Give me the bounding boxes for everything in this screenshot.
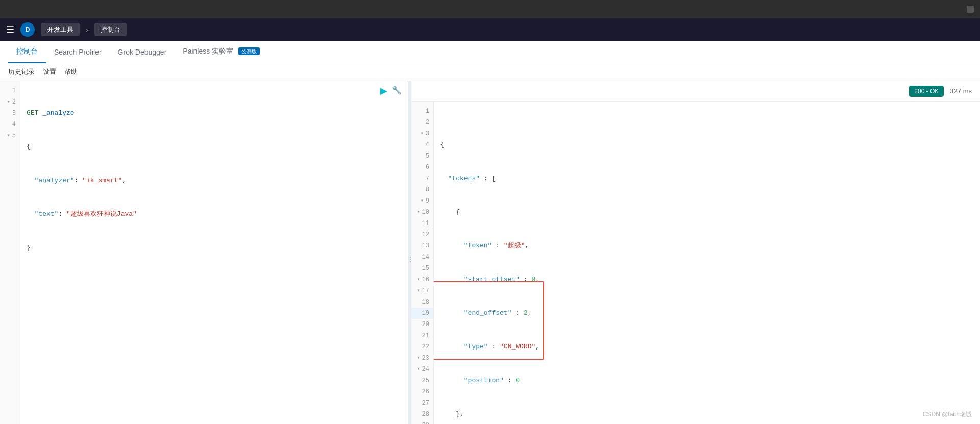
rln-20: 20 — [411, 319, 433, 330]
rln-11: 11 — [411, 218, 433, 229]
result-line-2: "tokens" : [ — [440, 173, 974, 184]
rln-29: 29 — [411, 420, 433, 424]
results-header: 200 - OK 327 ms — [411, 81, 980, 102]
browser-bar-icon — [967, 6, 974, 13]
tab-navigation: 控制台 Search Profiler Grok Debugger Painle… — [0, 41, 980, 63]
line-num-4: 4 — [0, 119, 20, 130]
rln-3: ▾3 — [411, 128, 433, 139]
result-line-1: { — [440, 139, 974, 151]
result-line-numbers: 1 2 ▾3 4 5 6 7 8 ▾9 ▾10 11 12 13 14 15 ▾… — [411, 102, 434, 424]
result-line-3: { — [440, 207, 974, 218]
result-line-7: "type" : "CN_WORD", — [440, 341, 974, 353]
beta-badge: 公测版 — [238, 47, 260, 55]
editor-panel: 1 ▾2 3 4 ▾5 GET _analyze { "analyzer": "… — [0, 81, 408, 424]
rln-16: ▾16 — [411, 274, 433, 285]
tab-painless-lab[interactable]: Painless 实验室 公测版 — [175, 41, 268, 63]
watermark: CSDN @faith瑞诚 — [923, 410, 972, 419]
kibana-header: ☰ D 开发工具 › 控制台 — [0, 18, 980, 41]
rln-15: 15 — [411, 263, 433, 274]
rln-25: 25 — [411, 375, 433, 386]
code-line-4: "text": "超级喜欢狂神说Java" — [27, 209, 402, 220]
breadcrumb-separator: › — [86, 26, 88, 34]
result-code-content: { "tokens" : [ { "token" : "超级", "start_… — [434, 102, 980, 424]
help-button[interactable]: 帮助 — [64, 67, 78, 77]
rln-1: 1 — [411, 106, 433, 117]
rln-10: ▾10 — [411, 207, 433, 218]
result-line-6: "end_offset" : 2, — [440, 308, 974, 319]
rln-5: 5 — [411, 151, 433, 162]
rln-28: 28 — [411, 409, 433, 420]
line-num-2: ▾2 — [0, 96, 20, 108]
user-avatar: D — [20, 22, 35, 37]
code-editor[interactable]: 1 ▾2 3 4 ▾5 GET _analyze { "analyzer": "… — [0, 81, 408, 424]
result-line-4: "token" : "超级", — [440, 240, 974, 252]
line-num-5: ▾5 — [0, 130, 20, 141]
rln-17: ▾17 — [411, 285, 433, 296]
rln-2: 2 — [411, 117, 433, 128]
rln-12: 12 — [411, 229, 433, 240]
hamburger-icon[interactable]: ☰ — [6, 24, 14, 35]
toolbar: 历史记录 设置 帮助 — [0, 63, 980, 81]
editor-actions: ▶ 🔧 — [380, 85, 402, 96]
code-line-1: GET _analyze — [27, 108, 402, 119]
tab-grok-debugger[interactable]: Grok Debugger — [110, 42, 175, 63]
rln-6: 6 — [411, 162, 433, 173]
rln-14: 14 — [411, 252, 433, 263]
rln-4: 4 — [411, 139, 433, 151]
timing-text: 327 ms — [950, 87, 972, 95]
status-badge: 200 - OK — [909, 86, 944, 97]
rln-7: 7 — [411, 173, 433, 184]
editor-line-numbers: 1 ▾2 3 4 ▾5 — [0, 81, 20, 424]
line-num-1: 1 — [0, 85, 20, 96]
results-panel: 200 - OK 327 ms 1 2 ▾3 4 5 6 7 8 ▾9 ▾10 … — [411, 81, 980, 424]
run-button[interactable]: ▶ — [380, 85, 387, 96]
history-button[interactable]: 历史记录 — [8, 67, 35, 77]
rln-23: ▾23 — [411, 353, 433, 364]
wrench-button[interactable]: 🔧 — [391, 85, 402, 96]
result-line-5: "start_offset" : 0, — [440, 274, 974, 285]
main-content: 1 ▾2 3 4 ▾5 GET _analyze { "analyzer": "… — [0, 81, 980, 424]
rln-8: 8 — [411, 184, 433, 195]
editor-code-content[interactable]: GET _analyze { "analyzer": "ik_smart", "… — [20, 81, 408, 424]
tab-console[interactable]: 控制台 — [8, 41, 46, 63]
browser-bar — [0, 0, 980, 18]
rln-9: ▾9 — [411, 195, 433, 207]
code-line-3: "analyzer": "ik_smart", — [27, 175, 402, 186]
rln-24: ▾24 — [411, 364, 433, 375]
result-line-8: "position" : 0 — [440, 375, 974, 386]
rln-26: 26 — [411, 386, 433, 397]
rln-19: 19 — [411, 308, 433, 319]
code-line-2: { — [27, 141, 402, 153]
tab-search-profiler[interactable]: Search Profiler — [46, 42, 110, 63]
rln-21: 21 — [411, 330, 433, 341]
result-line-9: }, — [440, 409, 974, 420]
code-line-5: } — [27, 242, 402, 254]
line-num-3: 3 — [0, 108, 20, 119]
breadcrumb-devtools[interactable]: 开发工具 — [41, 23, 80, 36]
rln-22: 22 — [411, 341, 433, 353]
breadcrumb-console[interactable]: 控制台 — [94, 23, 127, 36]
settings-button[interactable]: 设置 — [43, 67, 56, 77]
rln-18: 18 — [411, 296, 433, 308]
results-code[interactable]: 1 2 ▾3 4 5 6 7 8 ▾9 ▾10 11 12 13 14 15 ▾… — [411, 102, 980, 424]
rln-13: 13 — [411, 240, 433, 252]
rln-27: 27 — [411, 397, 433, 409]
